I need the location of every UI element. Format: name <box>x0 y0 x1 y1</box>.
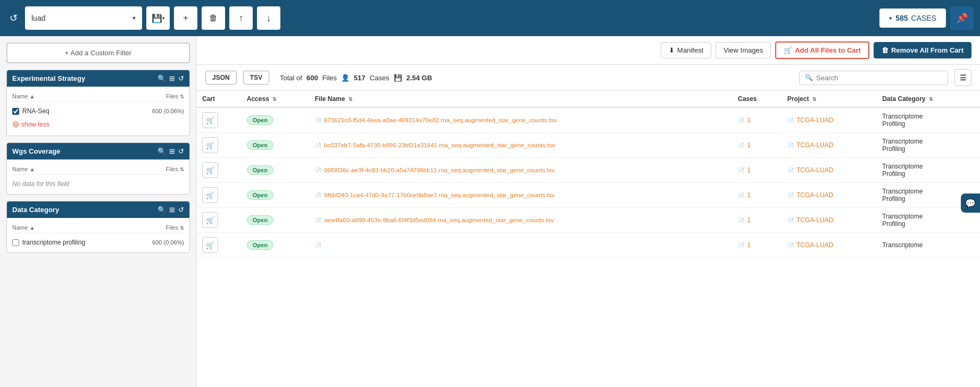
reset-filter-icon[interactable]: ↺ <box>178 74 184 82</box>
project-file-icon: 📄 <box>787 217 794 223</box>
json-button[interactable]: JSON <box>205 71 237 85</box>
file-link[interactable]: 673621c0-f5d4-4eea-a0ae-469214a70e82.rna… <box>324 117 557 123</box>
data-category-panel: Data Category 🔍 ⊞ ↺ Name ▲ Files ⇅ trans… <box>6 201 190 253</box>
cases-count: 585 <box>895 14 908 22</box>
columns-wgs-icon[interactable]: ⊞ <box>169 147 175 155</box>
cases-cell: 📄 1 <box>733 183 782 208</box>
case-link[interactable]: 1 <box>747 166 751 174</box>
case-link[interactable]: 1 <box>747 116 751 124</box>
cart-add-row-button[interactable]: 🛒 <box>202 187 218 203</box>
upload-icon: ↑ <box>239 13 244 24</box>
project-file-icon: 📄 <box>787 242 794 248</box>
upload-button[interactable]: ↑ <box>229 6 253 30</box>
cases-button[interactable]: ▾ 585 CASES <box>879 9 946 28</box>
save-icon: 💾 <box>152 13 162 23</box>
wgs-coverage-body: Name ▲ Files ⇅ No data for this field <box>7 159 189 194</box>
columns-menu-button[interactable]: ☰ <box>954 69 971 86</box>
json-label: JSON <box>212 74 230 81</box>
pin-button[interactable]: 📌 <box>950 6 974 30</box>
wgs-coverage-header: Wgs Coverage 🔍 ⊞ ↺ <box>7 143 189 159</box>
chat-icon: 💬 <box>965 198 976 208</box>
project-link[interactable]: TCGA-LUAD <box>796 166 833 174</box>
cohort-dropdown[interactable]: luad ▾ <box>25 6 142 30</box>
toolbar: ⬇ Manifest View Images 🛒 Add All Files t… <box>197 36 980 65</box>
reset-button[interactable]: ↺ <box>6 9 21 27</box>
file-link[interactable]: bc037eb7-5afa-4730-b896-23bf21a31641.rna… <box>324 142 555 148</box>
project-link[interactable]: TCGA-LUAD <box>796 241 833 249</box>
project-link[interactable]: TCGA-LUAD <box>796 141 833 149</box>
download-button[interactable]: ↓ <box>257 6 280 30</box>
filter-panel-actions: 🔍 ⊞ ↺ <box>157 74 184 82</box>
file-link[interactable]: 06f0836c-ae3f-4c83-bb20-a5a74796bb11.rna… <box>324 167 555 173</box>
person-icon: 👤 <box>341 74 350 82</box>
pin-icon: 📌 <box>956 12 968 24</box>
wgs-panel-actions: 🔍 ⊞ ↺ <box>157 147 184 155</box>
transcriptome-row: transcriptome profiling 600 (0.06%) <box>12 237 184 248</box>
project-link[interactable]: TCGA-LUAD <box>796 216 833 224</box>
cart-add-row-button[interactable]: 🛒 <box>202 112 218 128</box>
project-cell: 📄 TCGA-LUAD <box>782 107 877 133</box>
file-link[interactable]: 6f6bf240-1ca4-47d0-9a77-17b0ce9b8ae7.rna… <box>324 192 555 198</box>
tsv-label: TSV <box>250 74 262 81</box>
table-row: 🛒 Open 📄 673621c0-f5d4-4eea-a0ae-469214a… <box>197 107 980 133</box>
hamburger-icon: ☰ <box>960 73 967 82</box>
manifest-button[interactable]: ⬇ Manifest <box>661 42 711 58</box>
files-header: JSON TSV Total of 600 Files 👤 517 Cases … <box>197 65 980 91</box>
search-dc-icon[interactable]: 🔍 <box>157 206 166 214</box>
case-link[interactable]: 1 <box>747 191 751 199</box>
cases-file-icon: 📄 <box>738 117 744 123</box>
transcriptome-count: 600 (0.06%) <box>152 239 184 246</box>
table-row: 🛒 Open 📄 06f0836c-ae3f-4c83-bb20-a5a7479… <box>197 158 980 183</box>
dc-files-col: Files ⇅ <box>166 224 184 231</box>
rna-seq-checkbox[interactable] <box>12 108 19 115</box>
project-file-icon: 📄 <box>787 142 794 148</box>
trash-remove-icon: 🗑 <box>882 46 888 54</box>
project-cell: 📄 TCGA-LUAD <box>782 133 877 158</box>
columns-dc-icon[interactable]: ⊞ <box>169 206 175 214</box>
columns-icon[interactable]: ⊞ <box>169 74 175 82</box>
search-filter-icon[interactable]: 🔍 <box>157 74 166 82</box>
project-link[interactable]: TCGA-LUAD <box>796 191 833 199</box>
tsv-button[interactable]: TSV <box>243 71 269 85</box>
delete-button[interactable]: 🗑 <box>202 6 225 30</box>
file-icon: 📄 <box>315 117 321 123</box>
remove-all-button[interactable]: 🗑 Remove All From Cart <box>874 42 971 58</box>
chat-bubble[interactable]: 💬 <box>961 194 980 213</box>
dropdown-arrow-icon: ▾ <box>132 14 136 22</box>
add-filter-button[interactable]: + Add a Custom Filter <box>6 43 190 63</box>
col-project: Project ⇅ <box>782 91 877 107</box>
access-badge: Open <box>247 240 273 250</box>
search-input[interactable] <box>816 74 942 82</box>
case-link[interactable]: 1 <box>747 216 751 224</box>
cart-add-row-button[interactable]: 🛒 <box>202 212 218 228</box>
case-link[interactable]: 1 <box>747 241 751 249</box>
files-word: Files <box>322 74 337 82</box>
cart-add-row-button[interactable]: 🛒 <box>202 237 218 253</box>
add-button[interactable]: + <box>174 6 197 30</box>
total-files-count: 600 <box>306 74 318 82</box>
file-icon: 📄 <box>315 217 321 223</box>
project-cell: 📄 TCGA-LUAD <box>782 208 877 233</box>
cart-add-row-button[interactable]: 🛒 <box>202 137 218 153</box>
search-wgs-icon[interactable]: 🔍 <box>157 147 166 155</box>
reset-wgs-icon[interactable]: ↺ <box>178 147 184 155</box>
file-icon: 📄 <box>315 142 321 148</box>
save-button[interactable]: 💾 ▾ <box>146 6 170 30</box>
add-all-files-button[interactable]: 🛒 Add All Files to Cart <box>775 41 869 59</box>
transcriptome-checkbox[interactable] <box>12 239 19 246</box>
cart-cell: 🛒 <box>197 158 242 183</box>
cases-file-icon: 📄 <box>738 242 744 248</box>
view-images-button[interactable]: View Images <box>716 42 771 58</box>
cases-file-icon: 📄 <box>738 142 744 148</box>
file-icon: 📄 <box>315 167 321 173</box>
case-link[interactable]: 1 <box>747 141 751 149</box>
cart-add-row-button[interactable]: 🛒 <box>202 162 218 178</box>
reset-dc-icon[interactable]: ↺ <box>178 206 184 214</box>
cart-cell: 🛒 <box>197 133 242 158</box>
show-less-button[interactable]: ⊖ show less <box>12 117 184 131</box>
file-link[interactable]: aea4fa60-a890-453e-8ba6-6f4f3d5ed084.rna… <box>324 217 554 223</box>
show-less-label: show less <box>21 121 49 128</box>
project-cell: 📄 TCGA-LUAD <box>782 183 877 208</box>
exp-files-col: Files ⇅ <box>166 93 184 99</box>
project-link[interactable]: TCGA-LUAD <box>796 116 833 124</box>
